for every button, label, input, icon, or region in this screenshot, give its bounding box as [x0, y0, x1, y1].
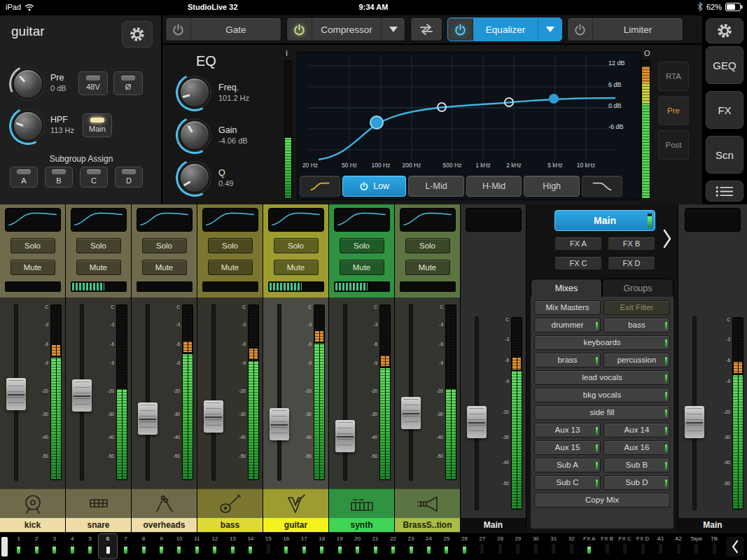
- channel-settings-button[interactable]: [122, 21, 153, 48]
- bottom-channel-item[interactable]: 14: [242, 534, 259, 559]
- fader-handle[interactable]: [6, 378, 26, 410]
- bottom-channel-item[interactable]: 1: [10, 534, 27, 559]
- eq-curve-graph[interactable]: [309, 55, 617, 160]
- mix-select-button[interactable]: bass: [603, 318, 670, 332]
- bottom-channel-item[interactable]: 30: [527, 534, 545, 559]
- bottom-channel-item[interactable]: 21: [366, 534, 384, 559]
- bottom-channel-item[interactable]: 15: [260, 534, 277, 559]
- channel-name-label[interactable]: BrassS..tion: [395, 518, 460, 532]
- mix-select-button[interactable]: lead vocals: [534, 370, 670, 385]
- scene-button[interactable]: Scn: [706, 136, 743, 174]
- channel-name-label[interactable]: guitar: [263, 518, 328, 532]
- bottom-channel-item[interactable]: 13: [224, 534, 242, 559]
- bottom-channel-item[interactable]: 2: [27, 534, 45, 559]
- eq-parameter-knob[interactable]: [179, 120, 210, 150]
- solo-button[interactable]: Solo: [405, 238, 450, 253]
- bottom-channel-item[interactable]: 26: [456, 534, 473, 559]
- channel-list-button[interactable]: [706, 181, 743, 202]
- bottom-channel-item[interactable]: 7: [117, 534, 134, 559]
- fader-handle[interactable]: [467, 406, 487, 438]
- fader-handle[interactable]: [685, 406, 704, 438]
- fader-handle[interactable]: [138, 402, 158, 435]
- solo-button[interactable]: Solo: [142, 238, 187, 253]
- meter-mode-tab[interactable]: Pre: [658, 96, 689, 125]
- channel-eq-thumbnail[interactable]: [5, 208, 61, 232]
- mix-select-button[interactable]: Copy Mix: [534, 493, 670, 507]
- bottom-channel-item[interactable]: 22: [384, 534, 402, 559]
- mix-select-button[interactable]: bkg vocals: [534, 388, 670, 402]
- channel-name-label[interactable]: bass: [197, 518, 263, 532]
- channel-strip[interactable]: Solo Mute C-3 -6-9 -20-30 -40-50: [0, 204, 66, 532]
- tab-groups[interactable]: Groups: [602, 279, 673, 297]
- solo-button[interactable]: Solo: [208, 238, 253, 253]
- mix-select-button[interactable]: drummer: [534, 318, 601, 332]
- bottom-channel-item[interactable]: FX D: [634, 534, 651, 559]
- bottom-channel-item[interactable]: FX B: [598, 534, 615, 559]
- bottom-channel-item[interactable]: 28: [491, 534, 509, 559]
- bottom-channel-item[interactable]: Tape: [687, 534, 705, 559]
- main-fader-strip[interactable]: C-3 -6-9 -20-30 -40-50 Main: [461, 204, 526, 532]
- mix-select-button[interactable]: Aux 14: [603, 423, 670, 438]
- channel-eq-thumbnail[interactable]: [400, 208, 456, 232]
- bottom-channel-item[interactable]: 31: [545, 534, 562, 559]
- subgroup-assign-button[interactable]: C: [80, 167, 108, 188]
- channel-name-label[interactable]: snare: [66, 518, 131, 532]
- compressor-tab[interactable]: Compressor: [312, 18, 381, 41]
- gate-power-button[interactable]: [166, 18, 191, 41]
- subgroup-assign-button[interactable]: D: [115, 167, 143, 188]
- compressor-power-button[interactable]: [287, 18, 312, 41]
- bottom-channel-item[interactable]: 10: [170, 534, 188, 559]
- tab-mixes[interactable]: Mixes: [531, 279, 602, 297]
- bottom-channel-item[interactable]: 5: [81, 534, 99, 559]
- mix-select-button[interactable]: percussion: [603, 353, 670, 368]
- channel-name-label[interactable]: overheads: [132, 518, 197, 532]
- fx-b-button[interactable]: FX B: [608, 237, 655, 251]
- equalizer-power-button[interactable]: [448, 18, 473, 41]
- mute-button[interactable]: Mute: [340, 260, 384, 275]
- meter-mode-tab[interactable]: RTA: [658, 62, 689, 91]
- channel-strip[interactable]: Solo Mute C-3 -6-9 -20-30 -40-50: [329, 204, 395, 532]
- main-display[interactable]: [685, 208, 741, 232]
- eq-parameter-knob[interactable]: [179, 77, 210, 108]
- bottom-channel-item[interactable]: 27: [473, 534, 491, 559]
- mix-select-button[interactable]: Sub A: [534, 458, 601, 472]
- main-mix-button[interactable]: Main: [554, 210, 655, 231]
- ab-compare-button[interactable]: [410, 18, 442, 41]
- band-tab-lmid[interactable]: L-Mid: [408, 176, 464, 197]
- mute-button[interactable]: Mute: [405, 260, 450, 275]
- band-tab-low[interactable]: Low: [342, 176, 406, 197]
- mix-select-button[interactable]: Exit Filter: [603, 300, 670, 315]
- main-display[interactable]: [466, 208, 522, 232]
- next-mix-button[interactable]: [662, 228, 672, 252]
- mix-select-button[interactable]: Mix Masters: [534, 300, 601, 315]
- fx-d-button[interactable]: FX D: [608, 256, 655, 270]
- channel-strip[interactable]: Solo Mute C-3 -6-9 -20-30 -40-50: [263, 204, 329, 532]
- channel-eq-thumbnail[interactable]: [334, 208, 390, 232]
- channel-eq-thumbnail[interactable]: [202, 208, 258, 232]
- meter-mode-tab[interactable]: Post: [658, 130, 689, 160]
- fx-c-button[interactable]: FX C: [554, 256, 602, 270]
- solo-button[interactable]: Solo: [274, 238, 319, 253]
- bottom-channel-item[interactable]: FX A: [580, 534, 598, 559]
- bottom-channel-item[interactable]: 3: [46, 534, 63, 559]
- fader-handle[interactable]: [270, 408, 289, 440]
- collapse-bar-button[interactable]: [726, 537, 744, 556]
- bottom-channel-item[interactable]: 9: [153, 534, 170, 559]
- limiter-tab[interactable]: Limiter: [593, 18, 683, 41]
- channel-eq-thumbnail[interactable]: [71, 208, 127, 232]
- channel-strip[interactable]: Solo Mute C-3 -6-9 -20-30 -40-50: [197, 204, 263, 532]
- channel-name-label[interactable]: kick: [0, 518, 65, 532]
- bottom-channel-item[interactable]: 32: [563, 534, 580, 559]
- fader-handle[interactable]: [72, 379, 92, 412]
- channel-eq-thumbnail[interactable]: [268, 208, 324, 232]
- bottom-channel-item[interactable]: 23: [402, 534, 419, 559]
- bottom-channel-item[interactable]: 4: [63, 534, 81, 559]
- bottom-channel-item[interactable]: 25: [438, 534, 455, 559]
- subgroup-assign-button[interactable]: A: [10, 167, 38, 188]
- compressor-dropdown-button[interactable]: [381, 18, 405, 41]
- limiter-power-button[interactable]: [568, 18, 593, 41]
- band-tab-high[interactable]: High: [524, 176, 580, 197]
- high-shelf-toggle-button[interactable]: [582, 176, 622, 197]
- main-assign-button[interactable]: Main: [83, 113, 112, 137]
- bottom-channel-item[interactable]: A1: [652, 534, 669, 559]
